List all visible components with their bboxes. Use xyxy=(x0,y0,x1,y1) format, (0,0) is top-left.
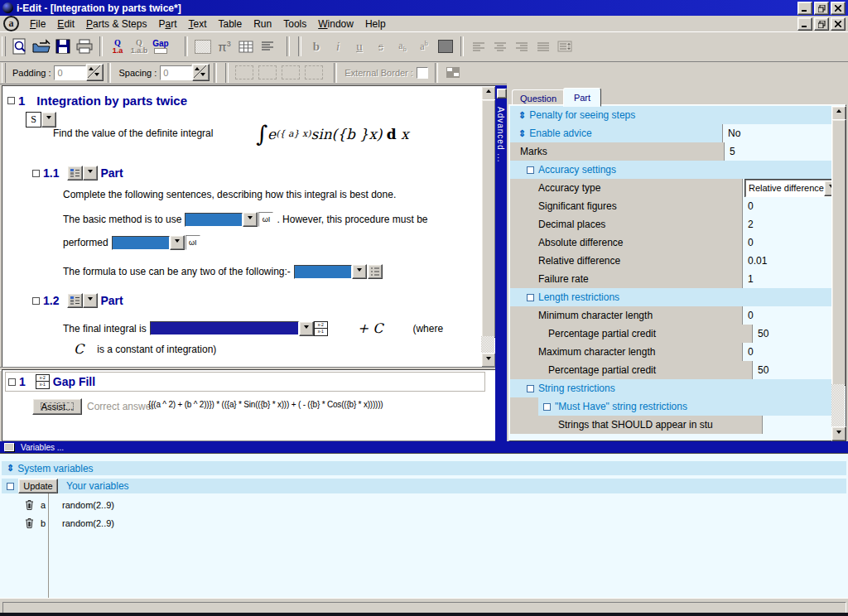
menu-file[interactable]: File xyxy=(24,17,51,31)
word-gap-widget[interactable]: ωI xyxy=(185,212,273,227)
word-input-icon[interactable]: ωI xyxy=(186,235,200,250)
menu-edit[interactable]: Edit xyxy=(51,17,80,31)
delete-variable-button[interactable] xyxy=(25,517,34,530)
collapse-box-icon[interactable] xyxy=(8,378,16,386)
child-close-button[interactable] xyxy=(831,17,846,31)
underline-button[interactable]: u xyxy=(349,36,370,57)
preview-question-button[interactable] xyxy=(9,36,31,57)
section-row[interactable]: Length restrictions xyxy=(510,288,831,306)
your-variables-row[interactable]: Update Your variables xyxy=(2,479,846,493)
minimize-button[interactable] xyxy=(797,2,812,15)
superscript-button[interactable]: ab xyxy=(413,36,435,57)
save-button[interactable] xyxy=(52,36,74,57)
toolbar-drag-handle[interactable] xyxy=(2,36,6,56)
external-border-checkbox[interactable] xyxy=(417,67,428,79)
part-dropdown-button[interactable] xyxy=(83,293,98,308)
align-right-button[interactable] xyxy=(511,36,532,57)
subsection-row[interactable]: "Must Have" string restrictions xyxy=(510,397,831,416)
property-row[interactable]: Decimal places 2 xyxy=(510,215,831,233)
scrollbar-track[interactable] xyxy=(831,384,845,426)
property-row[interactable]: Percentage partial credit 50 xyxy=(510,325,831,343)
text-color-button[interactable] xyxy=(435,36,456,57)
system-variables-row[interactable]: ⇕ System variables xyxy=(2,461,846,475)
scrollbar-thumb[interactable] xyxy=(481,99,496,338)
delete-variable-button[interactable] xyxy=(25,499,34,512)
word-input-icon[interactable]: ωI xyxy=(258,212,273,227)
property-row[interactable]: Absolute difference 0 xyxy=(510,233,831,252)
gap-dropdown-button[interactable] xyxy=(352,264,367,279)
choice-gap-widget[interactable] xyxy=(294,264,383,279)
assist-button[interactable]: Assist... xyxy=(32,398,82,415)
property-row[interactable]: Minimum character length 0 xyxy=(510,306,831,325)
line-spacing-button[interactable] xyxy=(554,36,576,57)
spacing-stepper[interactable] xyxy=(192,64,210,81)
property-row[interactable]: ⇕Enable advice No xyxy=(510,124,831,142)
menu-part[interactable]: Part xyxy=(152,17,182,31)
gap-field[interactable] xyxy=(150,321,299,335)
property-row[interactable]: Failure rate 1 xyxy=(510,270,831,288)
property-row[interactable]: Percentage partial credit 50 xyxy=(510,361,831,379)
property-row[interactable]: Maximum character length 0 xyxy=(510,343,831,361)
section-row[interactable]: String restrictions xyxy=(510,379,831,397)
chevron-down-icon[interactable] xyxy=(824,180,831,196)
expression-icon[interactable]: x-2x-1 xyxy=(314,321,328,336)
variables-title-bar[interactable]: Variables ... xyxy=(0,441,848,453)
property-row[interactable]: Accuracy type Relative difference xyxy=(510,179,831,197)
padding-input[interactable]: 0 xyxy=(54,65,86,80)
property-row[interactable]: Relative difference 0.01 xyxy=(510,252,831,270)
insert-gap-button[interactable]: Gap xyxy=(150,36,171,57)
expand-box-icon[interactable] xyxy=(7,483,14,490)
choice-list-icon[interactable] xyxy=(368,264,383,279)
padding-stepper[interactable] xyxy=(86,64,104,81)
part-dropdown-button[interactable] xyxy=(83,166,98,180)
border-right-button[interactable] xyxy=(305,65,323,79)
property-row[interactable]: ⇕Penalty for seeing steps xyxy=(510,106,831,124)
open-button[interactable] xyxy=(31,36,52,57)
scroll-down-button[interactable] xyxy=(831,426,846,441)
style-dropdown[interactable]: S xyxy=(26,112,56,128)
gap-dropdown-button[interactable] xyxy=(170,235,185,250)
editor-scrollbar[interactable] xyxy=(481,86,494,366)
word-gap-widget[interactable]: ωI xyxy=(112,235,200,250)
border-top-button[interactable] xyxy=(235,65,253,79)
collapse-box-icon[interactable] xyxy=(32,170,40,177)
expand-box-icon[interactable] xyxy=(527,294,534,301)
update-button[interactable]: Update xyxy=(18,479,58,493)
child-restore-button[interactable] xyxy=(814,17,829,31)
align-justify-button[interactable] xyxy=(532,36,554,57)
part-type-button[interactable] xyxy=(67,293,83,308)
property-row[interactable]: Significant figures 0 xyxy=(510,197,831,215)
menu-text[interactable]: Text xyxy=(183,17,213,31)
gap-dropdown-button[interactable] xyxy=(243,212,258,227)
menu-parts-steps[interactable]: Parts & Steps xyxy=(80,17,152,31)
collapse-box-icon[interactable] xyxy=(7,97,15,104)
gap-dropdown-button[interactable] xyxy=(299,321,314,336)
cell-merge-button[interactable] xyxy=(442,62,464,84)
add-part-button[interactable]: Q1.a xyxy=(107,36,128,57)
toolbar-drag-handle[interactable] xyxy=(2,63,6,83)
collapse-box-icon[interactable] xyxy=(32,297,40,305)
spacing-input[interactable]: 0 xyxy=(160,65,192,80)
accuracy-type-select[interactable]: Relative difference xyxy=(745,180,831,197)
expression-gap-widget[interactable]: x-2x-1 xyxy=(150,321,328,336)
property-row[interactable]: Marks 5 xyxy=(510,142,831,161)
child-minimize-button[interactable] xyxy=(797,17,812,31)
paragraph-format-button[interactable] xyxy=(257,36,278,57)
style-dropdown-button[interactable] xyxy=(41,112,56,128)
insert-table-button[interactable] xyxy=(235,36,257,57)
strikethrough-button[interactable]: s xyxy=(370,36,392,57)
menu-tools[interactable]: Tools xyxy=(277,17,312,31)
property-row[interactable]: Strings that SHOULD appear in stu xyxy=(510,416,831,434)
variable-row-a[interactable]: a random(2..9) xyxy=(0,498,828,513)
variable-row-b[interactable]: b random(2..9) xyxy=(0,516,828,531)
menu-window[interactable]: Window xyxy=(312,17,359,31)
section-row[interactable]: Accuracy settings xyxy=(510,161,831,179)
gap-field[interactable] xyxy=(185,213,243,227)
print-button[interactable] xyxy=(74,36,95,57)
align-center-button[interactable] xyxy=(489,36,511,57)
menu-run[interactable]: Run xyxy=(248,17,277,31)
border-left-button[interactable] xyxy=(282,65,300,79)
panel-scrollbar[interactable] xyxy=(831,106,845,440)
bold-button[interactable]: b xyxy=(306,36,327,57)
restore-button[interactable] xyxy=(814,2,829,15)
